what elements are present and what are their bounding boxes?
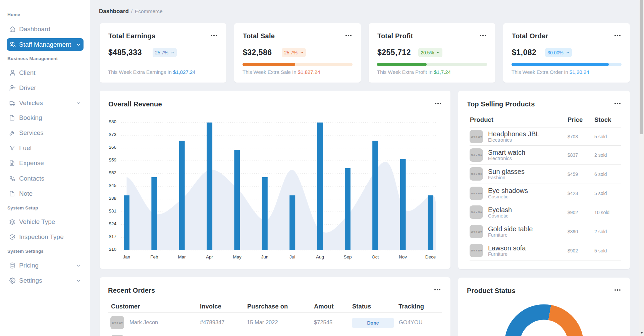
svg-text:$10: $10 — [109, 247, 116, 252]
svg-text:$17: $17 — [109, 234, 116, 239]
svg-text:May: May — [233, 254, 241, 259]
svg-text:Sep: Sep — [343, 254, 352, 259]
svg-text:Mar: Mar — [178, 254, 186, 259]
svg-text:Dece: Dece — [425, 254, 436, 259]
svg-text:Nov: Nov — [399, 254, 407, 259]
svg-text:$24: $24 — [109, 221, 116, 226]
svg-text:Apr: Apr — [206, 254, 213, 259]
svg-text:$52: $52 — [109, 170, 116, 175]
svg-text:$66: $66 — [109, 145, 116, 150]
svg-text:$45: $45 — [109, 183, 116, 188]
svg-text:$31: $31 — [109, 208, 116, 213]
svg-text:Jun: Jun — [261, 254, 268, 259]
svg-text:Feb: Feb — [150, 254, 158, 259]
svg-text:Jan: Jan — [123, 254, 130, 259]
svg-text:Oct: Oct — [372, 254, 379, 259]
svg-text:$73: $73 — [109, 132, 116, 137]
svg-text:Jul: Jul — [289, 254, 295, 259]
svg-text:Aug: Aug — [316, 254, 324, 259]
svg-text:$59: $59 — [109, 157, 116, 162]
svg-text:$80: $80 — [109, 119, 116, 124]
svg-text:$38: $38 — [109, 196, 116, 201]
